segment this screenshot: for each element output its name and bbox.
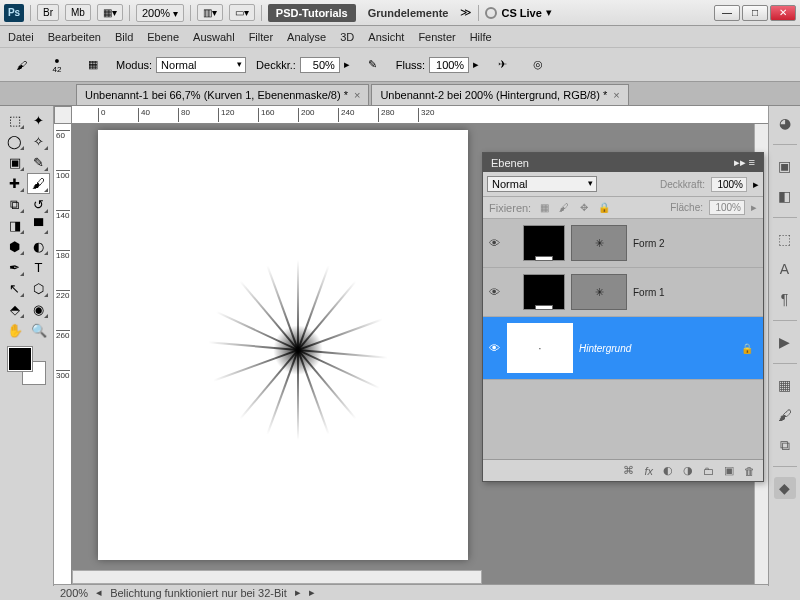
chevron-icon[interactable]: ▸ (751, 201, 757, 214)
blend-mode-dropdown[interactable]: Normal (487, 176, 597, 192)
brush-panel-icon2[interactable]: 🖌 (774, 404, 796, 426)
gradient-tool[interactable]: ▀ (27, 215, 50, 236)
wand-tool[interactable]: ✧ (27, 131, 50, 152)
layer-thumbnail[interactable] (523, 274, 565, 310)
workspace-psd-tutorials[interactable]: PSD-Tutorials (268, 4, 356, 22)
layer-style-icon[interactable]: fx (644, 465, 653, 477)
vector-mask-thumbnail[interactable]: ✳ (571, 274, 627, 310)
menu-bearbeiten[interactable]: Bearbeiten (48, 31, 101, 43)
visibility-toggle[interactable]: 👁 (487, 341, 501, 355)
layer-opacity-input[interactable]: 100% (711, 177, 747, 192)
lasso-tool[interactable]: ◯ (3, 131, 26, 152)
move-tool[interactable]: ⬚ (3, 110, 26, 131)
brush-preset-icon[interactable]: •42 (44, 52, 70, 78)
layer-name[interactable]: Form 2 (633, 238, 665, 249)
hand-tool[interactable]: ✋ (3, 320, 26, 341)
menu-ansicht[interactable]: Ansicht (368, 31, 404, 43)
menu-auswahl[interactable]: Auswahl (193, 31, 235, 43)
modus-dropdown[interactable]: Normal (156, 57, 246, 73)
swatches-panel-icon[interactable]: ▦ (774, 374, 796, 396)
pen-tool[interactable]: ✒ (3, 257, 26, 278)
close-tab-icon[interactable]: × (613, 89, 619, 101)
camera-tool[interactable]: ◉ (27, 299, 50, 320)
menu-filter[interactable]: Filter (249, 31, 273, 43)
chevron-icon[interactable]: ▸ (295, 586, 301, 599)
color-swatches[interactable] (8, 347, 46, 385)
stamp-tool[interactable]: ⧉ (3, 194, 26, 215)
opacity-input[interactable]: 50% (300, 57, 340, 73)
airbrush-icon[interactable]: ✈ (489, 52, 515, 78)
char-panel-icon[interactable]: A (774, 258, 796, 280)
styles-panel-icon[interactable]: ⬚ (774, 228, 796, 250)
zoom-tool[interactable]: 🔍 (27, 320, 50, 341)
horizontal-ruler[interactable]: 04080120160200240280320 (72, 106, 768, 124)
horizontal-scrollbar[interactable] (72, 570, 482, 584)
panel-menu-icon[interactable]: ▸▸ ≡ (734, 156, 755, 169)
history-brush-tool[interactable]: ↺ (27, 194, 50, 215)
chevron-icon[interactable]: ▸ (344, 58, 350, 71)
paragraph-panel-icon[interactable]: ¶ (774, 288, 796, 310)
lock-image-icon[interactable]: 🖌 (557, 201, 571, 215)
close-tab-icon[interactable]: × (354, 89, 360, 101)
layers-panel-icon[interactable]: ◆ (774, 477, 796, 499)
healing-tool[interactable]: ✚ (3, 173, 26, 194)
status-zoom[interactable]: 200% (60, 587, 88, 599)
more-icon[interactable]: ≫ (460, 6, 472, 19)
blur-tool[interactable]: ⬢ (3, 236, 26, 257)
chevron-icon[interactable]: ◂ (96, 586, 102, 599)
chevron-icon[interactable]: ▸ (473, 58, 479, 71)
arrange-button[interactable]: ▥▾ (197, 4, 223, 21)
foreground-color[interactable] (8, 347, 32, 371)
layer-name[interactable]: Hintergrund (579, 343, 631, 354)
delete-layer-icon[interactable]: 🗑 (744, 465, 755, 477)
masks-panel-icon[interactable]: ◧ (774, 185, 796, 207)
adjustment-layer-icon[interactable]: ◑ (683, 464, 693, 477)
lock-position-icon[interactable]: ✥ (577, 201, 591, 215)
clone-panel-icon[interactable]: ⧉ (774, 434, 796, 456)
close-button[interactable]: ✕ (770, 5, 796, 21)
vector-mask-thumbnail[interactable]: ✳ (571, 225, 627, 261)
canvas[interactable] (98, 130, 468, 560)
chevron-icon[interactable]: ▸ (753, 178, 759, 191)
minibridge-button[interactable]: Mb (65, 4, 91, 21)
dodge-tool[interactable]: ◐ (27, 236, 50, 257)
lock-transparency-icon[interactable]: ▦ (537, 201, 551, 215)
shape-tool[interactable]: ⬡ (27, 278, 50, 299)
marquee-tool[interactable]: ✦ (27, 110, 50, 131)
path-tool[interactable]: ↖ (3, 278, 26, 299)
document-tab[interactable]: Unbenannt-2 bei 200% (Hintergrund, RGB/8… (371, 84, 628, 105)
bridge-button[interactable]: Br (37, 4, 59, 21)
type-tool[interactable]: T (27, 257, 50, 278)
adjustments-panel-icon[interactable]: ▣ (774, 155, 796, 177)
vertical-ruler[interactable]: 60100140180220260300 (54, 124, 72, 586)
layer-thumbnail[interactable] (523, 225, 565, 261)
visibility-toggle[interactable]: 👁 (487, 236, 501, 250)
menu-datei[interactable]: Datei (8, 31, 34, 43)
brush-tool[interactable]: 🖌 (27, 173, 50, 194)
layers-panel-tab[interactable]: Ebenen▸▸ ≡ (483, 153, 763, 172)
layer-row[interactable]: 👁 ✳ Form 2 (483, 219, 763, 268)
tool-preset-icon[interactable]: 🖌 (8, 52, 34, 78)
pressure-size-icon[interactable]: ◎ (525, 52, 551, 78)
eraser-tool[interactable]: ◨ (3, 215, 26, 236)
cs-live-button[interactable]: CS Live▾ (485, 6, 551, 19)
menu-ebene[interactable]: Ebene (147, 31, 179, 43)
3d-tool[interactable]: ⬘ (3, 299, 26, 320)
pressure-opacity-icon[interactable]: ✎ (360, 52, 386, 78)
screen-mode-button[interactable]: ▦▾ (97, 4, 123, 21)
lock-all-icon[interactable]: 🔒 (597, 201, 611, 215)
menu-bild[interactable]: Bild (115, 31, 133, 43)
layer-row[interactable]: 👁 ✳ Form 1 (483, 268, 763, 317)
document-tab[interactable]: Unbenannt-1 bei 66,7% (Kurven 1, Ebenenm… (76, 84, 369, 105)
layer-name[interactable]: Form 1 (633, 287, 665, 298)
visibility-toggle[interactable]: 👁 (487, 285, 501, 299)
menu-analyse[interactable]: Analyse (287, 31, 326, 43)
layer-mask-icon[interactable]: ◐ (663, 464, 673, 477)
new-layer-icon[interactable]: ▣ (724, 464, 734, 477)
workspace-grundelemente[interactable]: Grundelemente (362, 7, 455, 19)
color-panel-icon[interactable]: ◕ (774, 112, 796, 134)
flow-input[interactable]: 100% (429, 57, 469, 73)
link-layers-icon[interactable]: ⌘ (623, 464, 634, 477)
menu-fenster[interactable]: Fenster (418, 31, 455, 43)
maximize-button[interactable]: □ (742, 5, 768, 21)
